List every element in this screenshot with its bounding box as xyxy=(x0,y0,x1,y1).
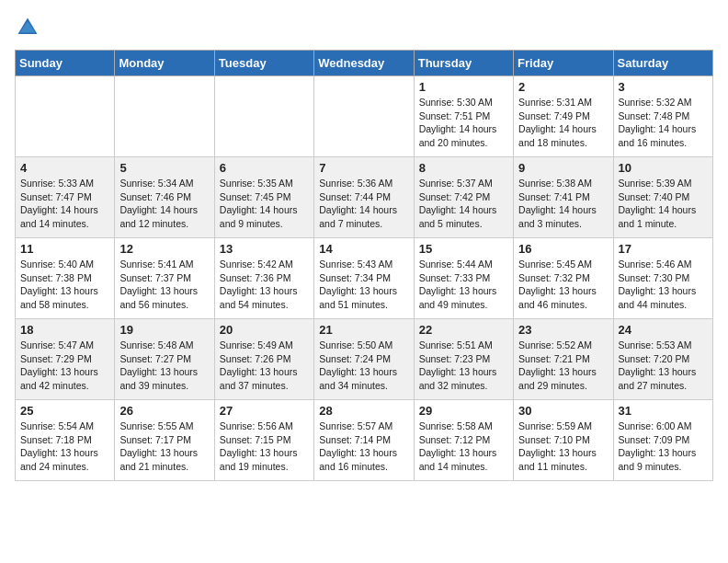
day-number-5: 5 xyxy=(119,161,209,175)
day-info-11: Sunrise: 5:40 AM Sunset: 7:38 PM Dayligh… xyxy=(20,258,109,312)
calendar-cell-w1-d1 xyxy=(16,76,115,157)
calendar-cell-w5-d6: 30Sunrise: 5:59 AM Sunset: 7:10 PM Dayli… xyxy=(514,400,613,481)
day-info-27: Sunrise: 5:56 AM Sunset: 7:15 PM Dayligh… xyxy=(220,419,309,474)
week-row-1: 1Sunrise: 5:30 AM Sunset: 7:51 PM Daylig… xyxy=(16,76,713,157)
day-number-6: 6 xyxy=(220,161,309,175)
day-info-19: Sunrise: 5:48 AM Sunset: 7:27 PM Dayligh… xyxy=(119,339,209,393)
day-number-26: 26 xyxy=(119,404,209,418)
calendar-cell-w5-d5: 29Sunrise: 5:58 AM Sunset: 7:12 PM Dayli… xyxy=(414,400,513,481)
day-number-23: 23 xyxy=(518,323,608,337)
calendar-cell-w4-d2: 19Sunrise: 5:48 AM Sunset: 7:27 PM Dayli… xyxy=(115,319,214,400)
page-header xyxy=(15,15,713,40)
calendar-cell-w4-d3: 20Sunrise: 5:49 AM Sunset: 7:26 PM Dayli… xyxy=(214,319,313,400)
logo-icon xyxy=(15,15,40,40)
day-info-18: Sunrise: 5:47 AM Sunset: 7:29 PM Dayligh… xyxy=(20,339,109,393)
day-number-30: 30 xyxy=(518,404,608,418)
day-info-6: Sunrise: 5:35 AM Sunset: 7:45 PM Dayligh… xyxy=(220,177,309,231)
calendar-cell-w1-d5: 1Sunrise: 5:30 AM Sunset: 7:51 PM Daylig… xyxy=(414,76,513,157)
day-info-16: Sunrise: 5:45 AM Sunset: 7:32 PM Dayligh… xyxy=(518,258,608,312)
week-row-5: 25Sunrise: 5:54 AM Sunset: 7:18 PM Dayli… xyxy=(16,400,713,481)
calendar-cell-w3-d1: 11Sunrise: 5:40 AM Sunset: 7:38 PM Dayli… xyxy=(16,238,115,319)
day-number-3: 3 xyxy=(619,80,708,94)
day-info-30: Sunrise: 5:59 AM Sunset: 7:10 PM Dayligh… xyxy=(518,419,608,474)
day-info-20: Sunrise: 5:49 AM Sunset: 7:26 PM Dayligh… xyxy=(220,339,309,393)
calendar-cell-w4-d1: 18Sunrise: 5:47 AM Sunset: 7:29 PM Dayli… xyxy=(16,319,115,400)
day-info-29: Sunrise: 5:58 AM Sunset: 7:12 PM Dayligh… xyxy=(419,419,508,474)
weekday-header-tuesday: Tuesday xyxy=(214,51,313,76)
day-number-12: 12 xyxy=(119,242,209,256)
day-info-21: Sunrise: 5:50 AM Sunset: 7:24 PM Dayligh… xyxy=(319,339,408,393)
calendar-cell-w1-d7: 3Sunrise: 5:32 AM Sunset: 7:48 PM Daylig… xyxy=(613,76,712,157)
day-info-25: Sunrise: 5:54 AM Sunset: 7:18 PM Dayligh… xyxy=(20,419,109,474)
day-info-13: Sunrise: 5:42 AM Sunset: 7:36 PM Dayligh… xyxy=(220,258,309,312)
day-info-5: Sunrise: 5:34 AM Sunset: 7:46 PM Dayligh… xyxy=(119,177,209,231)
day-info-24: Sunrise: 5:53 AM Sunset: 7:20 PM Dayligh… xyxy=(619,339,708,393)
day-number-14: 14 xyxy=(319,242,408,256)
week-row-4: 18Sunrise: 5:47 AM Sunset: 7:29 PM Dayli… xyxy=(16,319,713,400)
day-number-20: 20 xyxy=(220,323,309,337)
calendar-cell-w2-d1: 4Sunrise: 5:33 AM Sunset: 7:47 PM Daylig… xyxy=(16,157,115,238)
day-info-2: Sunrise: 5:31 AM Sunset: 7:49 PM Dayligh… xyxy=(518,96,608,150)
calendar-cell-w2-d2: 5Sunrise: 5:34 AM Sunset: 7:46 PM Daylig… xyxy=(115,157,214,238)
day-info-12: Sunrise: 5:41 AM Sunset: 7:37 PM Dayligh… xyxy=(119,258,209,312)
day-info-3: Sunrise: 5:32 AM Sunset: 7:48 PM Dayligh… xyxy=(619,96,708,150)
weekday-header-friday: Friday xyxy=(514,51,613,76)
day-number-4: 4 xyxy=(20,161,109,175)
calendar-cell-w3-d6: 16Sunrise: 5:45 AM Sunset: 7:32 PM Dayli… xyxy=(514,238,613,319)
calendar-cell-w5-d2: 26Sunrise: 5:55 AM Sunset: 7:17 PM Dayli… xyxy=(115,400,214,481)
day-info-4: Sunrise: 5:33 AM Sunset: 7:47 PM Dayligh… xyxy=(20,177,109,231)
logo xyxy=(15,15,44,40)
day-number-27: 27 xyxy=(220,404,309,418)
weekday-header-row: SundayMondayTuesdayWednesdayThursdayFrid… xyxy=(16,51,713,76)
calendar-cell-w4-d6: 23Sunrise: 5:52 AM Sunset: 7:21 PM Dayli… xyxy=(514,319,613,400)
calendar-cell-w4-d5: 22Sunrise: 5:51 AM Sunset: 7:23 PM Dayli… xyxy=(414,319,513,400)
weekday-header-wednesday: Wednesday xyxy=(314,51,414,76)
calendar-cell-w1-d6: 2Sunrise: 5:31 AM Sunset: 7:49 PM Daylig… xyxy=(514,76,613,157)
day-number-17: 17 xyxy=(619,242,708,256)
day-number-13: 13 xyxy=(220,242,309,256)
calendar-table: SundayMondayTuesdayWednesdayThursdayFrid… xyxy=(15,50,713,481)
day-info-26: Sunrise: 5:55 AM Sunset: 7:17 PM Dayligh… xyxy=(119,419,209,474)
day-number-31: 31 xyxy=(619,404,708,418)
weekday-header-sunday: Sunday xyxy=(16,51,115,76)
day-number-10: 10 xyxy=(619,161,708,175)
weekday-header-saturday: Saturday xyxy=(613,51,712,76)
calendar-cell-w2-d6: 9Sunrise: 5:38 AM Sunset: 7:41 PM Daylig… xyxy=(514,157,613,238)
day-number-15: 15 xyxy=(419,242,508,256)
day-info-10: Sunrise: 5:39 AM Sunset: 7:40 PM Dayligh… xyxy=(619,177,708,231)
day-info-9: Sunrise: 5:38 AM Sunset: 7:41 PM Dayligh… xyxy=(518,177,608,231)
day-number-19: 19 xyxy=(119,323,209,337)
day-info-31: Sunrise: 6:00 AM Sunset: 7:09 PM Dayligh… xyxy=(619,419,708,474)
day-number-25: 25 xyxy=(20,404,109,418)
day-info-1: Sunrise: 5:30 AM Sunset: 7:51 PM Dayligh… xyxy=(419,96,508,150)
day-info-23: Sunrise: 5:52 AM Sunset: 7:21 PM Dayligh… xyxy=(518,339,608,393)
day-number-9: 9 xyxy=(518,161,608,175)
day-info-17: Sunrise: 5:46 AM Sunset: 7:30 PM Dayligh… xyxy=(619,258,708,312)
calendar-cell-w2-d4: 7Sunrise: 5:36 AM Sunset: 7:44 PM Daylig… xyxy=(314,157,414,238)
day-info-14: Sunrise: 5:43 AM Sunset: 7:34 PM Dayligh… xyxy=(319,258,408,312)
calendar-cell-w5-d7: 31Sunrise: 6:00 AM Sunset: 7:09 PM Dayli… xyxy=(613,400,712,481)
day-number-28: 28 xyxy=(319,404,408,418)
calendar-cell-w4-d4: 21Sunrise: 5:50 AM Sunset: 7:24 PM Dayli… xyxy=(314,319,414,400)
calendar-cell-w3-d3: 13Sunrise: 5:42 AM Sunset: 7:36 PM Dayli… xyxy=(214,238,313,319)
day-number-11: 11 xyxy=(20,242,109,256)
weekday-header-monday: Monday xyxy=(115,51,214,76)
calendar-cell-w3-d5: 15Sunrise: 5:44 AM Sunset: 7:33 PM Dayli… xyxy=(414,238,513,319)
day-info-8: Sunrise: 5:37 AM Sunset: 7:42 PM Dayligh… xyxy=(419,177,508,231)
calendar-cell-w5-d3: 27Sunrise: 5:56 AM Sunset: 7:15 PM Dayli… xyxy=(214,400,313,481)
day-number-2: 2 xyxy=(518,80,608,94)
day-number-22: 22 xyxy=(419,323,508,337)
weekday-header-thursday: Thursday xyxy=(414,51,513,76)
calendar-cell-w5-d4: 28Sunrise: 5:57 AM Sunset: 7:14 PM Dayli… xyxy=(314,400,414,481)
day-number-29: 29 xyxy=(419,404,508,418)
calendar-cell-w3-d7: 17Sunrise: 5:46 AM Sunset: 7:30 PM Dayli… xyxy=(613,238,712,319)
calendar-cell-w2-d3: 6Sunrise: 5:35 AM Sunset: 7:45 PM Daylig… xyxy=(214,157,313,238)
week-row-2: 4Sunrise: 5:33 AM Sunset: 7:47 PM Daylig… xyxy=(16,157,713,238)
day-number-7: 7 xyxy=(319,161,408,175)
calendar-cell-w2-d5: 8Sunrise: 5:37 AM Sunset: 7:42 PM Daylig… xyxy=(414,157,513,238)
calendar-cell-w4-d7: 24Sunrise: 5:53 AM Sunset: 7:20 PM Dayli… xyxy=(613,319,712,400)
calendar-cell-w3-d4: 14Sunrise: 5:43 AM Sunset: 7:34 PM Dayli… xyxy=(314,238,414,319)
day-number-24: 24 xyxy=(619,323,708,337)
day-number-16: 16 xyxy=(518,242,608,256)
day-info-22: Sunrise: 5:51 AM Sunset: 7:23 PM Dayligh… xyxy=(419,339,508,393)
